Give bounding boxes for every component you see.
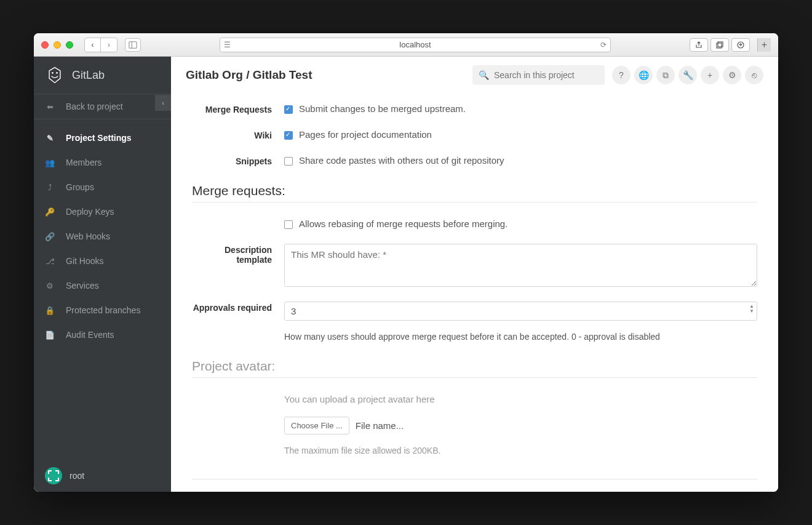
search-input[interactable]	[494, 70, 602, 80]
link-icon: 🔗	[45, 232, 55, 241]
approvals-input[interactable]: 3 ▲▼	[284, 302, 757, 321]
avatar-row: You can upload a project avatar here Cho…	[192, 387, 757, 463]
sidebar-item-label: Web Hooks	[66, 231, 110, 241]
settings-button[interactable]: ⚙	[723, 66, 741, 84]
sidebar-item-git-hooks[interactable]: ⎇ Git Hooks	[34, 249, 171, 273]
url-text: localhost	[399, 40, 431, 49]
sidebar-item-members[interactable]: 👥 Members	[34, 150, 171, 175]
back-button[interactable]: ‹	[85, 38, 101, 52]
snippets-checkbox[interactable]	[284, 157, 293, 166]
collapse-sidebar-button[interactable]: ‹	[155, 95, 171, 111]
help-button[interactable]: ?	[612, 66, 631, 84]
forward-button[interactable]: ›	[101, 38, 117, 52]
downloads-button[interactable]	[731, 38, 750, 52]
plus-icon: +	[707, 70, 712, 80]
rebase-checkbox[interactable]	[284, 220, 293, 229]
lock-icon: 🔒	[45, 306, 55, 315]
top-icon-buttons: ? 🌐 ⧉ 🔧 + ⚙ ⎋	[612, 66, 763, 84]
wrench-icon: 🔧	[683, 70, 693, 80]
rebase-desc: Allows rebasing of merge requests before…	[299, 218, 507, 229]
sidebar-item-services[interactable]: ⚙ Services	[34, 273, 171, 298]
approvals-value: 3	[291, 306, 296, 316]
sidebar-item-project-settings[interactable]: ✎ Project Settings	[34, 126, 171, 150]
project-search[interactable]: 🔍	[472, 65, 605, 85]
new-button[interactable]: +	[701, 66, 719, 84]
feature-label: Wiki	[192, 129, 284, 140]
browser-titlebar: ‹ › ☰ localhost ⟳ +	[34, 33, 778, 57]
avatar-heading: Project avatar:	[192, 349, 757, 378]
rebase-row: Allows rebasing of merge requests before…	[192, 211, 757, 236]
url-bar[interactable]: ☰ localhost ⟳	[220, 38, 611, 52]
feature-wiki: Wiki Pages for project documentation	[192, 122, 757, 148]
new-tab-button[interactable]: +	[757, 38, 771, 52]
description-template-input[interactable]	[284, 244, 757, 287]
admin-button[interactable]: 🔧	[679, 66, 697, 84]
sidebar-back[interactable]: ⬅ Back to project	[34, 94, 171, 119]
user-avatar-icon	[45, 467, 62, 484]
signout-icon: ⎋	[752, 70, 757, 80]
settings-form: Merge Requests Submit changes to be merg…	[171, 94, 778, 492]
svg-point-6	[52, 72, 54, 74]
merge-requests-checkbox[interactable]	[284, 105, 293, 114]
stepper-arrows-icon[interactable]: ▲▼	[749, 304, 754, 314]
max-size-hint: The maximum file size allowed is 200KB.	[284, 446, 440, 455]
sidebar-item-audit-events[interactable]: 📄 Audit Events	[34, 323, 171, 347]
breadcrumb: Gitlab Org / Gitlab Test	[186, 68, 312, 82]
merge-requests-heading: Merge requests:	[192, 174, 757, 202]
sidebar-header: GitLab	[34, 57, 171, 94]
sidebar-item-label: Project Settings	[66, 133, 132, 143]
choose-file-button[interactable]: Choose File ...	[284, 417, 349, 435]
nav-arrows: ‹ ›	[84, 38, 117, 52]
feature-label: Snippets	[192, 155, 284, 166]
public-button[interactable]: 🌐	[634, 66, 653, 84]
reload-icon[interactable]: ⟳	[600, 41, 607, 49]
cogs-icon: ⚙	[45, 281, 55, 291]
tabs-button[interactable]	[710, 38, 729, 52]
main-panel: Gitlab Org / Gitlab Test 🔍 ? 🌐 ⧉ 🔧 + ⚙ ⎋	[171, 57, 778, 492]
globe-icon: 🌐	[639, 70, 649, 80]
sidebar: GitLab ‹ ⬅ Back to project ✎ Project Set…	[34, 57, 171, 492]
sidebar-item-label: Groups	[66, 182, 94, 192]
feature-snippets: Snippets Share code pastes with others o…	[192, 148, 757, 174]
copy-button[interactable]: ⧉	[656, 66, 675, 84]
sidebar-item-label: Git Hooks	[66, 256, 103, 266]
members-icon: 👥	[45, 158, 55, 167]
sidebar-item-label: Members	[66, 158, 102, 167]
sidebar-toggle-button[interactable]	[125, 38, 141, 52]
signout-button[interactable]: ⎋	[745, 66, 763, 84]
git-icon: ⎇	[45, 257, 55, 266]
feature-desc: Submit changes to be merged upstream.	[299, 103, 466, 114]
sidebar-item-protected-branches[interactable]: 🔒 Protected branches	[34, 298, 171, 323]
svg-rect-3	[718, 42, 723, 47]
feature-label: Merge Requests	[192, 103, 284, 114]
sidebar-item-label: Deploy Keys	[66, 207, 114, 217]
svg-marker-5	[49, 68, 60, 83]
svg-point-7	[56, 72, 58, 74]
key-icon: 🔑	[45, 207, 55, 217]
share-icon: ⤴	[45, 183, 55, 192]
sidebar-user[interactable]: root	[34, 460, 171, 492]
copy-icon: ⧉	[663, 70, 669, 81]
desc-template-row: Description template	[192, 236, 757, 294]
topbar: Gitlab Org / Gitlab Test 🔍 ? 🌐 ⧉ 🔧 + ⚙ ⎋	[171, 57, 778, 94]
sidebar-item-groups[interactable]: ⤴ Groups	[34, 175, 171, 199]
feature-desc: Share code pastes with others out of git…	[299, 155, 504, 166]
sidebar-item-deploy-keys[interactable]: 🔑 Deploy Keys	[34, 199, 171, 224]
sidebar-item-web-hooks[interactable]: 🔗 Web Hooks	[34, 224, 171, 249]
wiki-checkbox[interactable]	[284, 131, 293, 140]
sidebar-back-label: Back to project	[66, 102, 123, 111]
close-window-button[interactable]	[41, 41, 49, 49]
titlebar-right	[690, 38, 750, 52]
feature-merge-requests: Merge Requests Submit changes to be merg…	[192, 96, 757, 122]
minimize-window-button[interactable]	[54, 41, 61, 49]
username-label: root	[70, 471, 84, 481]
sidebar-item-label: Protected branches	[66, 305, 140, 315]
svg-rect-2	[717, 43, 722, 48]
approvals-help: How many users should approve merge requ…	[284, 332, 757, 342]
maximize-window-button[interactable]	[66, 41, 73, 49]
approvals-row: Approvals required 3 ▲▼ How many users s…	[192, 294, 757, 349]
filename-label: File name...	[356, 420, 404, 431]
share-button[interactable]	[690, 38, 708, 52]
feature-desc: Pages for project documentation	[299, 129, 432, 140]
search-icon: 🔍	[479, 70, 489, 80]
